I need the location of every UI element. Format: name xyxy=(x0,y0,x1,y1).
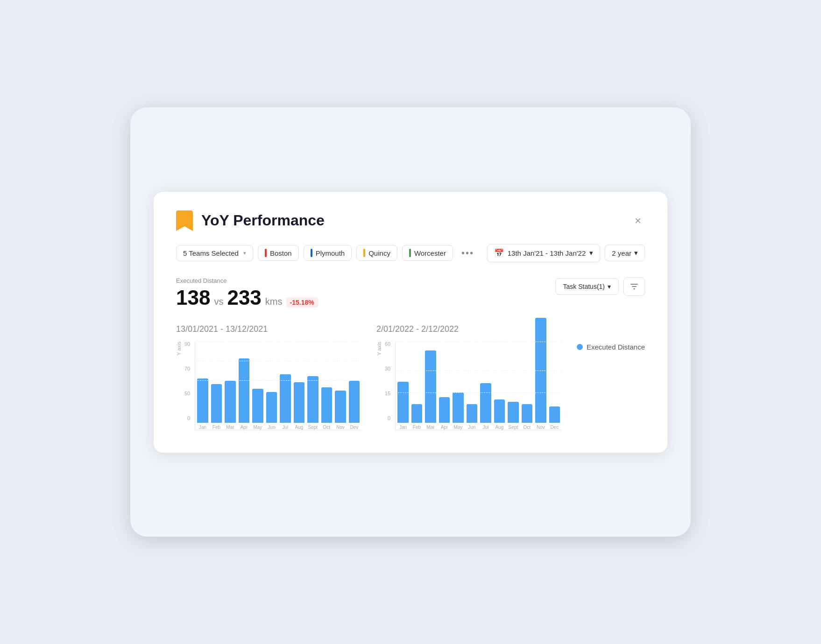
chart1-bar xyxy=(321,387,332,423)
chart1-bar xyxy=(197,378,208,423)
chart2-bar-group: Feb xyxy=(411,404,422,430)
teams-filter-pill[interactable]: 5 Teams Selected ▾ xyxy=(176,245,253,261)
chart1-bar xyxy=(307,376,318,423)
legend-item: Executed Distance xyxy=(577,343,645,351)
chart2-bar-label: May xyxy=(453,425,462,430)
chart2-bar-label: Oct xyxy=(524,425,531,430)
chart1-y-label-90: 90 xyxy=(184,342,190,347)
chart1-bar-group: Dev xyxy=(349,381,360,430)
calendar-icon: 📅 xyxy=(494,248,504,258)
stats-numbers: 138 vs 233 kms -15.18% xyxy=(176,286,318,309)
grid-line-mid1 xyxy=(195,361,361,361)
chart2-y-label-0: 0 xyxy=(385,416,390,421)
chart2-y-label-60: 60 xyxy=(385,342,390,347)
quincy-team-pill[interactable]: Quincy xyxy=(356,245,397,261)
task-status-label: Task Status(1) xyxy=(563,283,605,290)
date-chevron-icon: ▾ xyxy=(589,249,593,257)
year-chevron-icon: ▾ xyxy=(634,249,638,257)
chart1-bar xyxy=(335,391,346,423)
grid-line-top xyxy=(195,342,361,342)
year-label: 2 year xyxy=(612,249,631,257)
modal-title: YoY Performance xyxy=(201,212,631,229)
chart2-bar-label: Jan xyxy=(399,425,407,430)
chart2-bar-group: May xyxy=(453,392,463,430)
chart2-bars-container: JanFebMarAprMayJunJulAugSeptOctNovDec xyxy=(395,342,562,430)
date-range-pill[interactable]: 📅 13th Jan'21 - 13th Jan'22 ▾ xyxy=(487,244,601,262)
legend-dot xyxy=(577,344,583,350)
chart2-bar-label: Aug xyxy=(495,425,503,430)
svg-rect-1 xyxy=(632,286,637,287)
chart2-bar-group: Jun xyxy=(467,404,477,430)
chart2-bar xyxy=(425,350,436,423)
chart1-bar xyxy=(211,384,222,423)
chart1-bar-label: Sept xyxy=(308,425,318,430)
chart2-bar-group: Oct xyxy=(522,404,532,430)
chart2-bar xyxy=(467,404,477,423)
filter-icon xyxy=(630,282,639,291)
chart2-bar-group: Sept xyxy=(508,402,518,430)
chart1-y-axis-title: Y axis xyxy=(176,342,182,356)
chart1-bar-label: Nov xyxy=(336,425,345,430)
chart2-bar xyxy=(494,399,505,423)
chart2-bar-group: Apr xyxy=(439,397,450,430)
task-status-chevron: ▾ xyxy=(608,283,611,290)
chart1-bar xyxy=(225,381,235,423)
chart1-bar xyxy=(266,392,277,422)
chart2-bar-label: Jul xyxy=(482,425,488,430)
stats-row: Executed Distance 138 vs 233 kms -15.18%… xyxy=(176,277,645,309)
chart1-bar-label: Jul xyxy=(283,425,289,430)
task-status-button[interactable]: Task Status(1) ▾ xyxy=(555,278,619,295)
plymouth-color-bar xyxy=(311,249,312,257)
boston-team-pill[interactable]: Boston xyxy=(258,245,299,261)
stats-left: Executed Distance 138 vs 233 kms -15.18% xyxy=(176,277,318,309)
legend-area: Executed Distance xyxy=(577,324,645,351)
device-frame: YoY Performance × 5 Teams Selected ▾ Bos… xyxy=(130,107,691,537)
stats-label: Executed Distance xyxy=(176,277,318,284)
chart2-bar-label: Apr xyxy=(441,425,448,430)
chart1-period-label: 13/01/2021 - 13/12/2021 xyxy=(176,324,361,334)
chart1-bar xyxy=(349,381,360,423)
chart2-bar-label: Sept xyxy=(509,425,518,430)
chart2-y-label-15: 15 xyxy=(385,391,390,396)
chart2-bar-group: Mar xyxy=(425,350,436,430)
chart2-y-axis-title: Y axis xyxy=(376,342,382,356)
chart2-bar xyxy=(480,383,491,423)
chart1-bar-group: Jan xyxy=(197,378,208,430)
teams-filter-label: 5 Teams Selected xyxy=(183,249,239,257)
chart2-bar xyxy=(535,318,546,423)
chart1-y-label-0: 0 xyxy=(184,416,190,421)
quincy-label: Quincy xyxy=(368,249,390,257)
svg-rect-0 xyxy=(630,284,638,285)
chart2-bar-label: Jun xyxy=(468,425,475,430)
quincy-color-bar xyxy=(363,249,365,257)
chart1-bar-group: Oct xyxy=(321,387,332,430)
more-teams-button[interactable]: ••• xyxy=(458,246,478,260)
chart1-bar-group: Sept xyxy=(307,376,318,430)
chart1-bars-container: JanFebMarAprMayJunJulAugSeptOctNovDev xyxy=(195,342,361,430)
modal-header: YoY Performance × xyxy=(176,210,645,231)
chart2-y-label-30: 30 xyxy=(385,366,390,371)
chart2-bar-label: Dec xyxy=(550,425,559,430)
chart1-section: 13/01/2021 - 13/12/2021 Y axis 90 70 50 … xyxy=(176,324,361,430)
chart1-bar-group: Jul xyxy=(280,374,290,429)
chart1-bar-label: Feb xyxy=(212,425,220,430)
worcester-color-bar xyxy=(409,249,411,257)
chart1-bar-group: Apr xyxy=(239,358,249,430)
plymouth-team-pill[interactable]: Plymouth xyxy=(304,245,352,261)
worcester-label: Worcester xyxy=(414,249,446,257)
chart1-bar-group: May xyxy=(252,389,263,429)
year-filter-pill[interactable]: 2 year ▾ xyxy=(605,245,645,261)
filter-icon-button[interactable] xyxy=(623,277,645,296)
stat-vs: vs xyxy=(214,296,223,307)
chart1-bar-label: Apr xyxy=(241,425,248,430)
chart2-bar xyxy=(453,392,463,423)
stat-value1: 138 xyxy=(176,286,210,309)
worcester-team-pill[interactable]: Worcester xyxy=(402,245,453,261)
close-button[interactable]: × xyxy=(631,212,645,229)
boston-color-bar xyxy=(265,249,267,257)
grid-line-mid2 xyxy=(195,380,361,381)
chart2-bar-label: Feb xyxy=(413,425,421,430)
chart1-bar-group: Feb xyxy=(211,384,222,430)
bookmark-icon xyxy=(176,210,193,231)
chart1-bar-label: May xyxy=(253,425,262,430)
